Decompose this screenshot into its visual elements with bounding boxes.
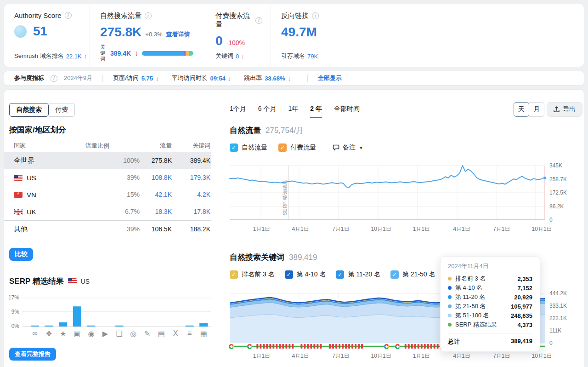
keywords-label: 关键词 <box>100 44 107 62</box>
view-full-report-button[interactable]: 查看完整报告 <box>9 348 56 361</box>
serp-feature-link-icon: ∞ <box>32 329 37 338</box>
toggle-month[interactable]: 月 <box>529 102 544 117</box>
segment-green <box>189 51 193 56</box>
arrow-down-icon: ↓ <box>156 75 159 82</box>
period-1m[interactable]: 1个月 <box>230 105 246 118</box>
x-axis-tick: 7月1日 <box>332 352 349 360</box>
checkbox-pos21-50[interactable]: ✓第 21-50 名 <box>390 270 435 279</box>
serp-features-bar-chart <box>9 293 214 330</box>
serp-feature-sitelinks-icon: ❖ <box>45 329 52 338</box>
y-axis-tick: 0 <box>549 340 553 346</box>
x-axis-tick: 10月1日 <box>532 352 552 360</box>
serp-feature-image-carousel-icon: ▦ <box>200 329 207 338</box>
checkbox-top3[interactable]: ✓排名前 3 名 <box>230 270 275 279</box>
ref-domains-value[interactable]: 79K <box>307 53 318 60</box>
y-axis-tick: 444.2K <box>549 290 567 297</box>
keywords-chart-tooltip: 2024年11月4日 排名前 3 名2,353 第 4-10 名7,152 第 … <box>440 256 540 352</box>
organic-traffic-line-chart[interactable]: SERP 精选结果 <box>230 160 551 223</box>
x-axis-tick: 10月1日 <box>532 225 552 233</box>
checkbox-organic-traffic[interactable]: ✓ 自然流量 <box>230 143 267 152</box>
serp-feature-local-pack-icon: ◎ <box>130 329 136 338</box>
keywords-chart-x-axis: 1月1日4月1日7月1日10月1日1月1日4月1日7月1日10月1日 <box>230 352 551 360</box>
table-row-other: 其他 39% 106.5K 188.2K <box>4 220 211 237</box>
col-traffic[interactable]: 流量 <box>140 142 172 150</box>
x-axis-tick: 10月1日 <box>371 352 391 360</box>
info-icon[interactable]: i <box>145 12 152 19</box>
x-axis-tick: 1月1日 <box>253 352 270 360</box>
authority-score-column: Authority Scorei 51 Semrush 域名排名 22.1K ↑ <box>4 4 90 67</box>
col-share[interactable]: 流量比例 <box>85 142 109 149</box>
toggle-day[interactable]: 天 <box>514 102 529 117</box>
period-all[interactable]: 全部时间 <box>334 105 360 118</box>
keywords-count-value[interactable]: 389.4K <box>110 50 131 57</box>
tooltip-date: 2024年11月4日 <box>448 262 532 270</box>
engagement-period: 2024年9月 <box>64 74 92 82</box>
tooltip-row-11-20: 第 11-20 名20,929 <box>448 292 532 302</box>
x-axis-tick: 1月1日 <box>253 225 270 233</box>
y-axis-tick: 222.1K <box>549 315 567 321</box>
checkbox-icon: ✓ <box>285 270 293 279</box>
checkbox-pos11-20[interactable]: ✓第 11-20 名 <box>336 270 380 279</box>
tab-paid[interactable]: 付费 <box>49 103 75 117</box>
x-axis-tick: 7月1日 <box>493 352 510 360</box>
checkbox-icon: ✓ <box>336 270 344 279</box>
table-header-row: 国家 流量比例 流量 关键词 <box>4 139 211 152</box>
table-row-vn[interactable]: VN 15% 42.1K 4.2K <box>4 186 211 203</box>
google-logo-icon[interactable] <box>229 344 234 349</box>
tab-organic-search[interactable]: 自然搜索 <box>9 103 49 117</box>
arrow-down-icon: ↓ <box>228 75 232 82</box>
y-axis-tick: 172.5K <box>549 189 567 196</box>
serp-ytick: 9% <box>3 309 19 315</box>
divider <box>102 75 103 82</box>
checkbox-icon: ✓ <box>230 270 238 279</box>
compare-button[interactable]: 比较 <box>9 248 33 261</box>
tooltip-row-4-10: 第 4-10 名7,152 <box>448 283 532 292</box>
x-axis-tick: 4月1日 <box>453 225 470 233</box>
col-keywords[interactable]: 关键词 <box>172 142 210 150</box>
svg-text:SERP 精选结果: SERP 精选结果 <box>282 180 288 215</box>
view-details-link[interactable]: 查看详情 <box>166 30 190 39</box>
paid-traffic-value: 0 <box>215 34 223 47</box>
organic-traffic-column: 自然搜索流量i 275.8K +0.3% 查看详情 关键词 389.4K ↓ <box>90 4 205 67</box>
paid-traffic-column: 付费搜索流量i 0 -100% 关键词 0 ↓ <box>205 4 271 67</box>
google-logo-icon[interactable] <box>247 344 252 349</box>
serp-ytick: 0% <box>3 323 19 329</box>
x-axis-tick: 1月1日 <box>413 225 430 233</box>
serp-feature-knowledge-panel-icon: ✎ <box>144 329 150 338</box>
paid-keywords-value[interactable]: 0 <box>236 53 239 60</box>
checkbox-paid-traffic[interactable]: ✓ 付费流量 <box>278 143 316 152</box>
info-icon[interactable]: i <box>65 12 72 19</box>
segment-yellow <box>186 51 189 56</box>
export-icon <box>554 106 560 113</box>
domain-rank-value[interactable]: 22.1K <box>66 53 82 60</box>
legend-dot <box>448 323 452 327</box>
info-icon[interactable]: i <box>255 17 262 24</box>
col-country[interactable]: 国家 <box>4 142 81 150</box>
info-icon[interactable]: i <box>51 75 57 82</box>
engagement-label: 参与度指标 <box>14 74 44 82</box>
tooltip-row-51-100: 第 51-100 名248,635 <box>448 311 532 320</box>
checkbox-pos4-10[interactable]: ✓第 4-10 名 <box>285 270 326 279</box>
vn-flag-icon <box>14 192 23 198</box>
table-row-worldwide[interactable]: 全世界 100% 275.8K 389.4K <box>4 152 211 169</box>
period-1y[interactable]: 1年 <box>288 105 298 118</box>
period-2y[interactable]: 2 年 <box>310 105 322 118</box>
table-row-uk[interactable]: UK 6.7% 18.3K 17.8K <box>4 203 211 220</box>
table-row-us[interactable]: US 39% 108.8K 179.3K <box>4 169 211 186</box>
notes-dropdown[interactable]: 备注▼ <box>333 143 363 152</box>
tooltip-row-21-50: 第 21-50 名105,977 <box>448 302 532 311</box>
y-axis-tick: 111K <box>549 327 561 334</box>
serp-features-title: SERP 精选结果 US <box>9 276 90 287</box>
show-all-link[interactable]: 全部显示 <box>318 74 342 82</box>
divider <box>307 75 308 82</box>
google-logo-icon[interactable] <box>395 344 400 349</box>
serp-feature-icons-row: ∞❖★▣◉▶❑◎✎▤X≡▦ <box>0 329 216 340</box>
export-button[interactable]: 导出 <box>547 102 582 117</box>
tooltip-total-row: 总计389,419 <box>448 333 532 346</box>
countries-section-title: 按国家/地区划分 <box>9 125 66 135</box>
info-icon[interactable]: i <box>312 12 319 19</box>
serp-feature-twitter-icon: X <box>173 329 178 338</box>
google-logo-icon[interactable] <box>384 344 389 349</box>
period-6m[interactable]: 6 个月 <box>258 105 277 118</box>
top-keywords <box>142 51 184 56</box>
